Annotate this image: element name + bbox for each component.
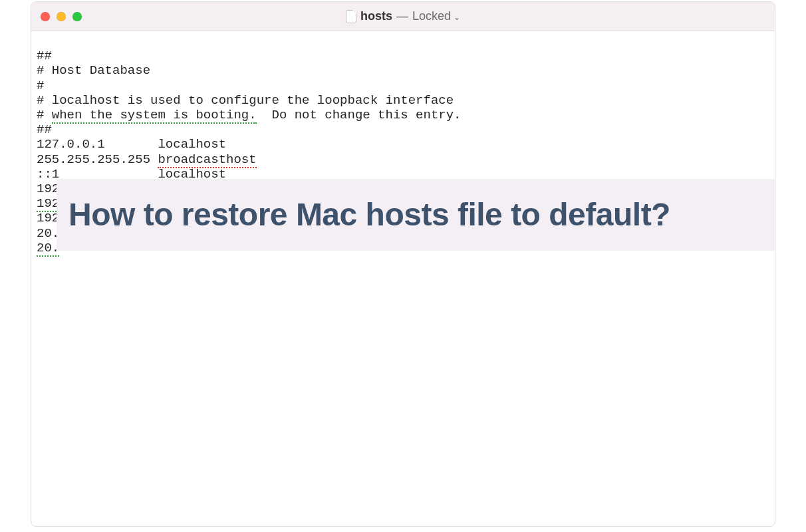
minimize-icon[interactable]	[57, 12, 66, 21]
document-name: hosts	[360, 9, 392, 23]
zoom-icon[interactable]	[72, 12, 82, 21]
document-content: ## # Host Database # # localhost is used…	[31, 31, 775, 526]
text-line: 127.0.0.1 localhost	[37, 137, 226, 152]
text-line: #	[37, 78, 44, 93]
text-line: # when the system is booting. Do not cha…	[37, 108, 462, 124]
text-line: 255.255.255.255 broadcasthost	[37, 152, 257, 168]
title-separator: —	[396, 9, 408, 23]
window-controls	[41, 12, 82, 21]
text-line: # localhost is used to configure the loo…	[37, 93, 454, 108]
window-title[interactable]: hosts — Locked ⌄	[346, 9, 460, 23]
lock-label: Locked	[412, 9, 451, 23]
document-icon	[346, 10, 356, 23]
banner-text: How to restore Mac hosts file to default…	[68, 207, 670, 222]
text-line: # Host Database	[37, 63, 150, 78]
text-line: ##	[37, 122, 52, 137]
chevron-down-icon: ⌄	[454, 13, 460, 22]
lock-status-dropdown[interactable]: Locked ⌄	[412, 9, 460, 23]
overlay-banner: How to restore Mac hosts file to default…	[57, 179, 775, 251]
textedit-window: hosts — Locked ⌄ ## # Host Database # # …	[31, 1, 775, 527]
window-titlebar: hosts — Locked ⌄	[31, 2, 775, 31]
close-icon[interactable]	[41, 12, 50, 21]
text-line: ##	[37, 49, 52, 63]
